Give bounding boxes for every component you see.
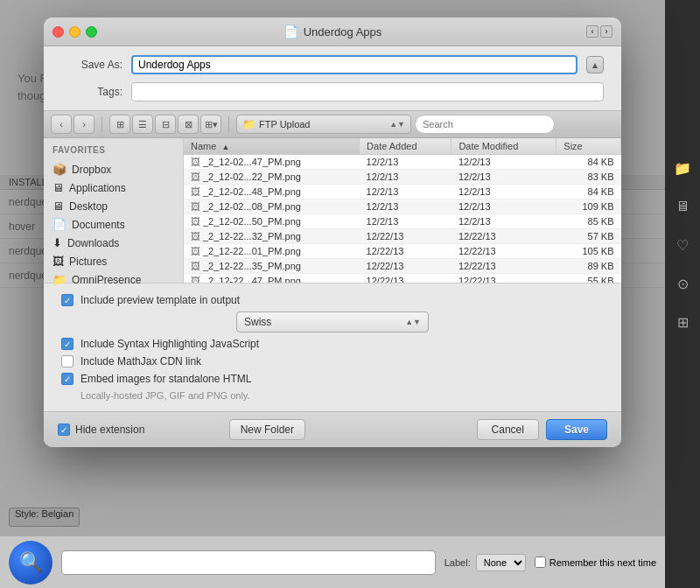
size-cell: 84 KB <box>556 155 621 170</box>
hide-extension-checkbox[interactable]: ✓ <box>58 424 70 436</box>
col-date-added[interactable]: Date Added <box>360 138 452 155</box>
file-icon: 🖼 <box>191 186 200 197</box>
label-select[interactable]: None <box>476 554 526 571</box>
file-name-cell: 🖼 _2_12-22...01_PM.png <box>184 244 360 259</box>
date-added-cell: 12/2/13 <box>360 155 452 170</box>
col-size[interactable]: Size <box>556 138 621 155</box>
minimize-button[interactable] <box>69 26 80 38</box>
file-icon: 🖼 <box>191 157 200 167</box>
tags-row: Tags: <box>44 79 621 110</box>
date-added-cell: 12/22/13 <box>360 259 452 274</box>
list-view-button[interactable]: ☰ <box>132 115 153 134</box>
prev-arrow[interactable]: ‹ <box>586 25 598 38</box>
sidebar-item-dropbox[interactable]: 📦 Dropbox <box>44 160 183 178</box>
file-table-wrapper: Name ▲ Date Added Date Modified Size <box>184 138 621 283</box>
cancel-button[interactable]: Cancel <box>477 419 539 440</box>
table-row[interactable]: 🖼 _2_12-22...01_PM.png 12/22/13 12/22/13… <box>184 244 621 259</box>
expand-button[interactable]: ▲ <box>586 56 604 74</box>
file-name-cell: 🖼 _2_12-22...32_PM.png <box>184 229 360 244</box>
clock-icon[interactable]: ⊙ <box>672 273 693 294</box>
file-icon: 🖼 <box>191 261 200 271</box>
location-select[interactable]: 📁 FTP Upload ▲▼ <box>236 115 411 134</box>
sidebar-item-desktop[interactable]: 🖥 Desktop <box>44 197 183 215</box>
sidebar-item-pictures[interactable]: 🖼 Pictures <box>44 252 183 270</box>
applications-icon: 🖥 <box>52 181 64 194</box>
table-row[interactable]: 🖼 _2_12-22...32_PM.png 12/22/13 12/22/13… <box>184 229 621 244</box>
mathjax-checkbox[interactable] <box>61 355 74 368</box>
folder-icon[interactable]: 📁 <box>672 158 693 178</box>
documents-icon: 📄 <box>52 218 66 231</box>
syntax-checkbox[interactable]: ✓ <box>61 338 74 350</box>
table-row[interactable]: 🖼 _2_12-22...35_PM.png 12/22/13 12/22/13… <box>184 259 621 274</box>
table-row[interactable]: 🖼 _2_12-02...08_PM.png 12/2/13 12/2/13 1… <box>184 200 621 214</box>
next-arrow[interactable]: › <box>600 25 612 38</box>
back-button[interactable]: ‹ <box>51 115 72 134</box>
remember-checkbox-row: Remember this next time <box>535 556 656 568</box>
spotlight-button[interactable]: 🔍 <box>9 541 52 584</box>
table-row[interactable]: 🖼 _2_12-02...47_PM.png 12/2/13 12/2/13 8… <box>184 155 621 170</box>
date-added-cell: 12/2/13 <box>360 200 452 214</box>
cover-view-button[interactable]: ⊠ <box>178 115 199 134</box>
icon-view-button[interactable]: ⊞ <box>109 115 130 134</box>
downloads-icon: ⬇ <box>52 236 62 249</box>
hide-extension-row: ✓ Hide extension <box>58 424 229 436</box>
mathjax-label: Include MathJax CDN link <box>80 355 201 368</box>
maximize-button[interactable] <box>86 26 97 38</box>
remember-checkbox[interactable] <box>535 556 546 568</box>
syntax-row: ✓ Include Syntax Highlighting JavaScript <box>61 338 604 350</box>
dialog-titlebar: 📄 Underdog Apps ‹ › <box>44 18 621 46</box>
monitor-icon[interactable]: 🖥 <box>672 196 693 217</box>
mathjax-row: Include MathJax CDN link <box>61 355 604 368</box>
sidebar-item-omnipresence[interactable]: 📁 OmniPresence <box>44 270 183 289</box>
table-row[interactable]: 🖼 _2_12-02...22_PM.png 12/2/13 12/2/13 8… <box>184 170 621 185</box>
arrange-button[interactable]: ⊞▾ <box>200 115 221 134</box>
size-cell: 55 KB <box>556 274 621 284</box>
file-icon: 🖼 <box>191 276 200 283</box>
embed-checkbox[interactable]: ✓ <box>61 373 74 385</box>
table-row[interactable]: 🖼 _2_12-02...48_PM.png 12/2/13 12/2/13 8… <box>184 185 621 200</box>
date-modified-cell: 12/22/13 <box>452 259 556 274</box>
grid-icon[interactable]: ⊞ <box>672 312 693 332</box>
include-preview-checkbox[interactable]: ✓ <box>61 294 74 306</box>
include-preview-row: ✓ Include preview template in output <box>61 294 604 306</box>
embed-row: ✓ Embed images for standalone HTML <box>61 373 604 385</box>
save-as-input[interactable] <box>131 55 578 74</box>
column-view-button[interactable]: ⊟ <box>155 115 176 134</box>
include-preview-label: Include preview template in output <box>80 294 240 306</box>
date-added-cell: 12/22/13 <box>360 229 452 244</box>
save-button[interactable]: Save <box>546 419 607 440</box>
date-modified-cell: 12/2/13 <box>452 155 556 170</box>
sidebar-item-downloads[interactable]: ⬇ Downloads <box>44 234 183 252</box>
theme-select[interactable]: Swiss ▲▼ <box>236 312 429 332</box>
title-icon: 📄 <box>284 24 298 38</box>
embed-label: Embed images for standalone HTML <box>80 373 251 385</box>
theme-chevron-icon: ▲▼ <box>405 318 421 326</box>
search-input[interactable] <box>415 115 555 134</box>
separator <box>102 116 102 132</box>
col-date-modified[interactable]: Date Modified <box>452 138 556 155</box>
syntax-label: Include Syntax Highlighting JavaScript <box>80 338 259 350</box>
table-row[interactable]: 🖼 _2_12-22...47_PM.png 12/22/13 12/22/13… <box>184 274 621 284</box>
sidebar-item-documents[interactable]: 📄 Documents <box>44 215 183 234</box>
forward-button[interactable]: › <box>74 115 94 134</box>
col-name[interactable]: Name ▲ <box>184 138 360 155</box>
table-row[interactable]: 🖼 _2_12-02...50_PM.png 12/2/13 12/2/13 8… <box>184 214 621 229</box>
file-icon: 🖼 <box>191 172 200 182</box>
sidebar-item-applications[interactable]: 🖥 Applications <box>44 178 183 197</box>
file-name-cell: 🖼 _2_12-22...35_PM.png <box>184 259 360 274</box>
heart-icon[interactable]: ♡ <box>672 234 693 256</box>
file-icon: 🖼 <box>191 246 200 256</box>
tags-input[interactable] <box>131 82 604 102</box>
size-cell: 105 KB <box>556 244 621 259</box>
titlebar-arrows: ‹ › <box>586 25 612 38</box>
dialog-overlay: 📄 Underdog Apps ‹ › Save As: ▲ Tags: ‹ › <box>0 0 665 536</box>
sort-arrow-icon: ▲ <box>221 143 229 151</box>
bottom-input[interactable] <box>61 550 436 575</box>
date-modified-cell: 12/2/13 <box>452 170 556 185</box>
titlebar-buttons <box>52 26 97 38</box>
file-table: Name ▲ Date Added Date Modified Size <box>184 138 621 283</box>
desktop-icon: 🖥 <box>52 200 64 213</box>
new-folder-button[interactable]: New Folder <box>229 419 305 440</box>
theme-row: Swiss ▲▼ <box>61 312 604 332</box>
close-button[interactable] <box>52 26 64 38</box>
